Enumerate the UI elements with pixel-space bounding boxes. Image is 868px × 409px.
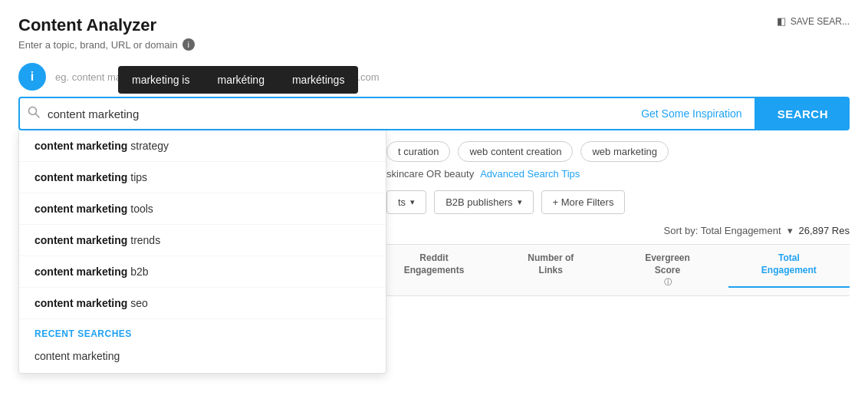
page-subtitle: Enter a topic, brand, URL or domain i [18,38,850,51]
tooltip-item-0[interactable]: marketing is [118,66,203,94]
more-filters-button[interactable]: + More Filters [541,190,626,214]
get-inspiration-button[interactable]: Get Some Inspiration [629,107,755,120]
subtitle-info-icon[interactable]: i [182,38,195,51]
sort-chevron: ▾ [787,225,793,236]
autocomplete-dropdown: content marketing strategy content marke… [18,130,386,374]
suggestion-rest-2: tools [127,203,153,215]
advanced-search-row: skincare OR beauty Advanced Search Tips [386,168,850,180]
search-bar-container: marketing is markéting markétings Get So… [18,97,850,130]
svg-line-1 [36,114,40,118]
save-icon: ◧ [777,15,786,27]
search-input-wrapper: Get Some Inspiration [18,97,756,130]
evergreen-info-icon[interactable]: ⓘ [664,277,672,288]
filter-label-1: B2B publishers [446,196,512,208]
suggestion-bold-3: content marketing [35,234,127,246]
suggestion-bold-0: content marketing [35,140,127,152]
suggestion-3[interactable]: content marketing trends [19,225,386,256]
th-total-engagement[interactable]: Total Engagement [728,252,850,288]
tooltip-item-2[interactable]: markétings [278,66,358,94]
suggestion-2[interactable]: content marketing tools [19,193,386,225]
suggestion-bold-4: content marketing [35,266,127,278]
th-evergreen: Evergreen Score ⓘ [607,252,728,288]
filter-chevron-1: ▾ [518,197,522,207]
subtitle-text: Enter a topic, brand, URL or domain [18,39,178,51]
sort-label: Sort by: Total Engagement [664,225,781,236]
suggestion-bold-2: content marketing [35,203,127,215]
chip-2[interactable]: web marketing [580,141,669,162]
suggestion-rest-5: seo [127,297,147,309]
advanced-example: skincare OR beauty [386,168,474,180]
save-search-button[interactable]: ◧ SAVE SEAR... [777,15,850,27]
suggestion-1[interactable]: content marketing tips [19,162,386,193]
filter-label-0: ts [398,196,406,208]
save-search-label: SAVE SEAR... [791,16,850,27]
suggestion-rest-4: b2b [127,266,148,278]
search-input[interactable] [48,98,629,129]
recent-searches-section: RECENT SEARCHES content marketing [19,319,386,373]
tooltip-item-1[interactable]: markéting [203,66,278,94]
filters-row: ts ▾ B2B publishers ▾ + More Filters [386,190,850,214]
chip-0[interactable]: t curation [386,141,450,162]
info-badge: i [18,63,46,91]
search-button[interactable]: SEARCH [756,97,850,130]
filter-button-0[interactable]: ts ▾ [386,190,426,214]
suggestion-5[interactable]: content marketing seo [19,288,386,319]
search-icon [20,106,48,121]
page-title: Content Analyzer [18,15,850,35]
results-count: 26,897 Res [799,225,850,236]
th-reddit: Reddit Engagements [373,252,495,288]
marketing-tooltip: marketing is markéting markétings [118,66,358,94]
filter-chevron-0: ▾ [410,197,415,207]
recent-search-0[interactable]: content marketing [35,345,370,367]
suggestion-rest-3: trends [127,234,160,246]
suggestion-rest-1: tips [127,171,147,183]
th-links: Number of Links [495,252,607,288]
suggestion-bold-5: content marketing [35,297,127,309]
recent-searches-label: RECENT SEARCHES [35,328,370,339]
suggestion-0[interactable]: content marketing strategy [19,130,386,162]
chips-row: t curation web content creation web mark… [386,141,850,162]
chip-1[interactable]: web content creation [458,141,573,162]
advanced-search-tips-link[interactable]: Advanced Search Tips [480,168,580,180]
suggestion-bold-1: content marketing [35,171,127,183]
suggestion-rest-0: strategy [127,140,169,152]
filter-button-1[interactable]: B2B publishers ▾ [434,190,533,214]
suggestion-4[interactable]: content marketing b2b [19,256,386,288]
